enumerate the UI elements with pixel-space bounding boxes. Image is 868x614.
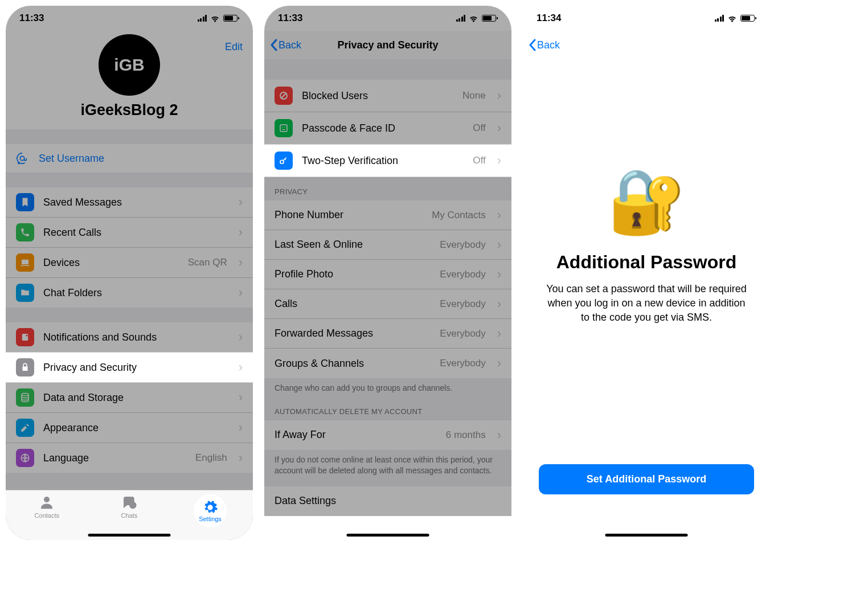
- chevron-left-icon: [270, 39, 277, 51]
- globe-icon: [16, 449, 34, 467]
- chevron-right-icon: ›: [239, 360, 243, 375]
- page-description: You can set a password that will be requ…: [543, 282, 750, 325]
- statusbar-time: 11:34: [537, 13, 561, 24]
- signal-icon: [715, 15, 724, 22]
- chevron-right-icon: ›: [497, 153, 501, 168]
- profile-avatar[interactable]: iGB: [99, 34, 160, 96]
- screen-settings: 11:33 Edit iGB iGeeksBlog 2 Set Username: [6, 6, 253, 540]
- contacts-icon: [38, 494, 55, 511]
- section-privacy-header: PRIVACY: [264, 177, 511, 200]
- chevron-right-icon: ›: [239, 451, 243, 465]
- statusbar-icons: [715, 15, 757, 22]
- edit-button[interactable]: Edit: [225, 41, 243, 53]
- svg-point-1: [44, 497, 50, 502]
- row-privacy-security[interactable]: Privacy and Security ›: [6, 352, 253, 383]
- wifi-icon: [727, 15, 737, 22]
- row-notifications[interactable]: Notifications and Sounds ›: [6, 322, 253, 352]
- block-icon: [275, 87, 293, 105]
- set-password-button[interactable]: Set Additional Password: [539, 464, 754, 494]
- row-last-seen[interactable]: Last Seen & OnlineEverybody›: [264, 230, 511, 260]
- gear-icon: [202, 500, 218, 515]
- svg-point-6: [285, 127, 286, 128]
- status-bar-wrap: 11:33: [6, 6, 253, 31]
- auto-delete-footer: If you do not come online at least once …: [264, 450, 511, 480]
- section-auto-delete-header: AUTOMATICALLY DELETE MY ACCOUNT: [264, 397, 511, 420]
- row-groups-channels[interactable]: Groups & ChannelsEverybody›: [264, 349, 511, 378]
- notification-icon: [16, 328, 34, 346]
- svg-point-2: [129, 502, 137, 509]
- tab-chats[interactable]: Chats: [101, 494, 158, 519]
- lock-icon: [16, 358, 34, 376]
- bookmark-icon: [16, 193, 34, 211]
- row-phone-number[interactable]: Phone NumberMy Contacts›: [264, 200, 511, 230]
- row-chat-folders[interactable]: Chat Folders ›: [6, 278, 253, 308]
- row-devices[interactable]: Devices Scan QR ›: [6, 248, 253, 278]
- svg-point-5: [282, 127, 283, 128]
- home-indicator[interactable]: [88, 534, 171, 537]
- signal-icon: [198, 15, 207, 22]
- set-username-row[interactable]: Set Username: [6, 144, 253, 173]
- chevron-right-icon: ›: [239, 285, 243, 300]
- battery-icon: [740, 15, 756, 22]
- screen-additional-password: 11:34 Back 🔐 Additional Password You can…: [523, 6, 770, 540]
- home-indicator[interactable]: [605, 534, 688, 537]
- home-indicator[interactable]: [347, 534, 429, 537]
- tab-settings[interactable]: Settings: [194, 494, 227, 527]
- profile-name: iGeeksBlog 2: [6, 101, 253, 119]
- chevron-right-icon: ›: [239, 420, 243, 435]
- devices-icon: [16, 253, 34, 272]
- battery-icon: [482, 15, 498, 22]
- statusbar-icons: [456, 15, 498, 22]
- wifi-icon: [469, 15, 478, 22]
- row-two-step-verification[interactable]: Two-Step Verification Off ›: [264, 144, 511, 177]
- chevron-right-icon: ›: [497, 88, 501, 103]
- row-forwarded-messages[interactable]: Forwarded MessagesEverybody›: [264, 319, 511, 349]
- phone-icon: [16, 223, 34, 241]
- statusbar-icons: [198, 15, 240, 22]
- page-title: Additional Password: [556, 252, 736, 273]
- row-saved-messages[interactable]: Saved Messages ›: [6, 187, 253, 218]
- folder-icon: [16, 284, 34, 302]
- storage-icon: [16, 388, 34, 407]
- row-if-away-for[interactable]: If Away For6 months›: [264, 420, 511, 450]
- tab-contacts[interactable]: Contacts: [18, 494, 75, 519]
- nav-title: Privacy and Security: [337, 39, 438, 51]
- privacy-footer: Change who can add you to groups and cha…: [264, 378, 511, 397]
- nav-bar: Back Privacy and Security: [264, 31, 511, 59]
- screen-privacy: 11:33 Back Privacy and Security Blocked …: [264, 6, 511, 540]
- at-icon: [16, 152, 28, 165]
- row-calls[interactable]: CallsEverybody›: [264, 289, 511, 319]
- row-passcode-faceid[interactable]: Passcode & Face ID Off ›: [264, 112, 511, 144]
- statusbar-time: 11:33: [278, 13, 302, 24]
- chevron-right-icon: ›: [239, 390, 243, 405]
- chevron-right-icon: ›: [239, 330, 243, 345]
- faceid-icon: [275, 119, 293, 137]
- row-recent-calls[interactable]: Recent Calls ›: [6, 218, 253, 248]
- wifi-icon: [210, 15, 220, 22]
- lock-key-illustration: 🔐: [608, 165, 686, 238]
- chats-icon: [121, 494, 138, 511]
- set-username-label: Set Username: [39, 153, 104, 165]
- chevron-right-icon: ›: [497, 121, 501, 136]
- appearance-icon: [16, 419, 34, 437]
- svg-rect-4: [280, 125, 287, 132]
- svg-point-7: [280, 160, 284, 163]
- chevron-right-icon: ›: [239, 255, 243, 270]
- statusbar-time: 11:33: [19, 13, 44, 24]
- back-button[interactable]: Back: [270, 39, 301, 51]
- row-data-settings[interactable]: Data Settings: [264, 486, 511, 516]
- chevron-right-icon: ›: [239, 225, 243, 240]
- row-blocked-users[interactable]: Blocked Users None ›: [264, 80, 511, 112]
- row-language[interactable]: Language English ›: [6, 443, 253, 473]
- key-icon: [275, 152, 293, 170]
- row-profile-photo[interactable]: Profile PhotoEverybody›: [264, 260, 511, 289]
- settings-list-a: Saved Messages › Recent Calls › Devices …: [6, 187, 253, 308]
- row-appearance[interactable]: Appearance ›: [6, 413, 253, 443]
- settings-list-b-top: Notifications and Sounds ›: [6, 322, 253, 352]
- battery-icon: [223, 15, 239, 22]
- signal-icon: [456, 15, 466, 22]
- row-data-storage[interactable]: Data and Storage ›: [6, 383, 253, 413]
- chevron-right-icon: ›: [239, 195, 243, 210]
